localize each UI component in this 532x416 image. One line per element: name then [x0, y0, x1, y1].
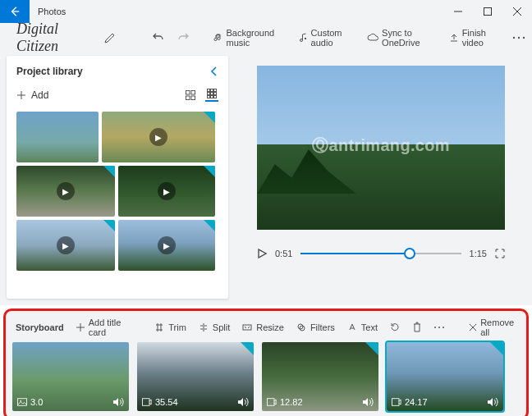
back-button[interactable] — [0, 0, 30, 23]
svg-rect-18 — [243, 325, 251, 330]
clip-duration: 24.17 — [405, 397, 484, 407]
storyboard-panel: Storyboard Add title card Trim Split Res… — [3, 309, 529, 416]
resize-icon — [242, 322, 252, 332]
minimize-button[interactable] — [443, 0, 473, 23]
play-icon: ▶ — [57, 236, 75, 254]
cloud-icon — [367, 33, 378, 43]
photo-badge-icon — [17, 398, 27, 406]
storyboard-toolbar: Storyboard Add title card Trim Split Res… — [12, 316, 520, 342]
collapse-library-button[interactable] — [210, 66, 218, 77]
svg-rect-24 — [17, 399, 26, 406]
svg-rect-0 — [484, 8, 492, 16]
grid-large-icon — [186, 90, 195, 100]
bg-music-label: Background music — [227, 28, 287, 48]
volume-icon — [362, 397, 374, 407]
window-title: Photos — [38, 7, 66, 16]
maximize-button[interactable] — [473, 0, 502, 23]
add-media-button[interactable]: Add — [16, 89, 48, 101]
library-thumb[interactable]: ▶ — [16, 220, 115, 271]
main-area: Project library Add ▶ ▶ ▶ ▶ ▶ — [0, 53, 532, 305]
resize-button[interactable]: Resize — [241, 322, 284, 333]
storyboard-clip[interactable]: 24.17 — [387, 342, 503, 411]
library-thumb[interactable]: ▶ — [102, 112, 215, 162]
play-button[interactable] — [257, 249, 267, 258]
svg-rect-9 — [208, 89, 210, 92]
storyboard-clips: 3.0 35.54 12.82 24.17 — [12, 342, 520, 411]
custom-audio-label: Custom audio — [311, 28, 356, 48]
audio-icon — [298, 33, 308, 43]
project-title: Digital Citizen — [16, 21, 88, 55]
plus-icon — [16, 90, 26, 100]
rename-button[interactable] — [103, 30, 116, 46]
remove-all-button[interactable]: Remove all — [468, 318, 516, 337]
add-title-card-button[interactable]: Add title card — [76, 318, 127, 337]
titlebar: Photos — [0, 0, 532, 23]
svg-point-2 — [513, 37, 515, 39]
split-button[interactable]: Split — [198, 322, 230, 333]
clip-more-button[interactable] — [433, 326, 445, 329]
fullscreen-button[interactable] — [495, 249, 505, 258]
svg-point-22 — [438, 327, 440, 328]
project-library-panel: Project library Add ▶ ▶ ▶ ▶ ▶ — [7, 56, 228, 299]
sync-label: Sync to OneDrive — [382, 28, 438, 48]
clip-duration: 35.54 — [155, 397, 234, 407]
svg-point-3 — [518, 37, 520, 39]
custom-audio-button[interactable]: Custom audio — [298, 28, 356, 48]
trash-icon — [412, 322, 422, 333]
close-button[interactable] — [502, 0, 532, 23]
total-time: 1:15 — [470, 249, 487, 258]
clip-duration: 3.0 — [30, 397, 109, 407]
library-thumb[interactable] — [16, 112, 99, 162]
watermark: Ⓠantrimang.com — [312, 135, 450, 157]
undo-button[interactable] — [152, 30, 165, 46]
library-thumb[interactable]: ▶ — [16, 166, 115, 217]
grid-large-view[interactable] — [184, 89, 197, 102]
fullscreen-icon — [495, 249, 505, 258]
bg-music-button[interactable]: Background music — [213, 28, 287, 48]
play-icon: ▶ — [158, 236, 176, 254]
grid-small-view[interactable] — [205, 89, 218, 102]
trim-button[interactable]: Trim — [154, 322, 186, 333]
filters-button[interactable]: Filters — [296, 322, 335, 333]
svg-rect-17 — [214, 96, 217, 98]
storyboard-clip[interactable]: 35.54 — [137, 342, 254, 411]
library-thumb[interactable]: ▶ — [118, 220, 215, 271]
pencil-icon — [103, 31, 117, 44]
sync-button[interactable]: Sync to OneDrive — [367, 28, 438, 48]
svg-rect-28 — [392, 399, 399, 406]
svg-point-21 — [434, 327, 436, 328]
arrow-left-icon — [9, 6, 21, 17]
redo-button[interactable] — [177, 30, 190, 46]
play-icon: ▶ — [149, 128, 167, 146]
svg-point-4 — [523, 37, 525, 39]
video-badge-icon — [142, 398, 152, 406]
undo-icon — [152, 31, 165, 44]
seek-slider[interactable] — [300, 248, 461, 259]
current-time: 0:51 — [275, 249, 292, 258]
storyboard-title: Storyboard — [16, 322, 64, 332]
app-toolbar: Digital Citizen Background music Custom … — [0, 23, 532, 53]
svg-rect-5 — [186, 91, 190, 95]
more-button[interactable] — [512, 30, 525, 46]
add-label: Add — [31, 89, 48, 101]
ellipsis-icon — [512, 36, 525, 39]
delete-button[interactable] — [412, 322, 422, 333]
storyboard-clip[interactable]: 3.0 — [12, 342, 129, 411]
preview-panel: Ⓠantrimang.com 0:51 1:15 — [236, 56, 525, 299]
finish-label: Finish video — [462, 28, 501, 48]
playback-controls: 0:51 1:15 — [257, 248, 505, 259]
rotate-button[interactable] — [389, 322, 401, 333]
split-icon — [199, 322, 209, 332]
finish-button[interactable]: Finish video — [449, 28, 501, 48]
svg-rect-26 — [142, 399, 149, 406]
video-badge-icon — [392, 398, 401, 406]
video-preview[interactable]: Ⓠantrimang.com — [257, 66, 505, 230]
text-icon — [347, 322, 357, 332]
volume-icon — [237, 397, 249, 407]
svg-rect-15 — [208, 96, 210, 98]
text-button[interactable]: Text — [346, 322, 378, 333]
library-thumb[interactable]: ▶ — [118, 166, 215, 217]
volume-icon — [112, 397, 124, 407]
storyboard-clip[interactable]: 12.82 — [262, 342, 378, 411]
svg-rect-11 — [214, 89, 217, 92]
